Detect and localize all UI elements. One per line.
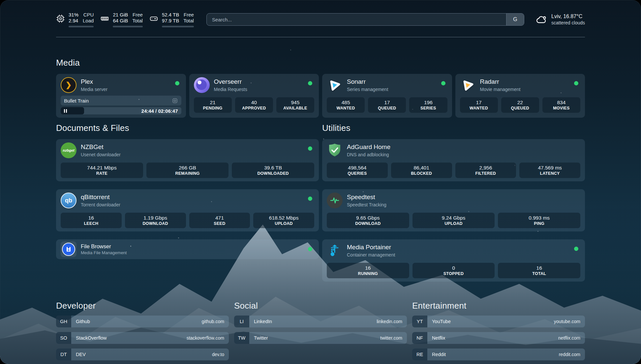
filebrowser-title: File Browser — [81, 243, 127, 250]
stat-tile: 266 GBREMAINING — [146, 163, 229, 178]
bookmark-linkedin[interactable]: LI LinkedIn linkedin.com — [234, 316, 407, 327]
qbittorrent-subtitle: Torrent downloader — [81, 202, 120, 207]
stat-tile: 22QUEUED — [501, 97, 539, 113]
filebrowser-status-dot — [308, 247, 312, 251]
stat-tile: 17QUEUED — [368, 97, 406, 113]
cpu-progress-bar — [69, 26, 94, 27]
adguard-subtitle: DNS and adblocking — [347, 152, 390, 157]
portainer-icon — [328, 244, 342, 258]
card-plex[interactable]: Plex Media server Bullet Train — [56, 74, 186, 118]
bookmark-stackoverflow[interactable]: SO StackOverflow stackoverflow.com — [56, 332, 229, 344]
entertainment-section-title: Entertainment — [412, 301, 585, 311]
section-social: Social LI LinkedIn linkedin.com TW Twitt… — [234, 301, 407, 364]
card-nzbget[interactable]: nzbget NZBGet Usenet downloader 744.21 M… — [56, 139, 319, 181]
plex-status-dot — [175, 81, 179, 85]
bookmark-youtube[interactable]: YT YouTube youtube.com — [412, 316, 585, 327]
radarr-title: Radarr — [480, 78, 521, 86]
stat-tile: 0STOPPED — [412, 263, 495, 278]
qbittorrent-title: qBittorrent — [81, 194, 120, 201]
sonarr-status-dot — [441, 81, 445, 85]
playback-time: 24:44 / 02:06:47 — [141, 108, 181, 114]
memory-total-value: 64 GiB — [113, 18, 128, 23]
bookmark-twitter[interactable]: TW Twitter twitter.com — [234, 332, 407, 344]
speedtest-title: Speedtest — [347, 194, 386, 201]
card-overseerr[interactable]: Overseerr Media Requests 21PENDING 40APP… — [189, 74, 319, 118]
header: 31% CPU 2.94 Load — [56, 10, 585, 29]
radarr-subtitle: Movie management — [480, 87, 521, 92]
developer-section-title: Developer — [56, 301, 229, 311]
card-sonarr[interactable]: Sonarr Series management 485WANTED 17QUE… — [322, 74, 452, 118]
disk-stat: 52.4 TB Free 97.9 TB Total — [149, 12, 194, 27]
stat-tile: 0.993 msPING — [498, 213, 580, 228]
header-divider — [56, 37, 585, 37]
nzbget-title: NZBGet — [81, 143, 121, 151]
plex-now-playing: Bullet Train — [61, 96, 181, 106]
bookmark-name: DEV — [71, 352, 86, 357]
overseerr-subtitle: Media Requests — [214, 87, 247, 92]
stat-tile: 16TOTAL — [498, 263, 580, 278]
stat-tile: 471SEED — [189, 213, 250, 228]
section-entertainment: Entertainment YT YouTube youtube.com NF … — [412, 301, 585, 364]
bookmark-url: github.com — [202, 319, 229, 324]
stat-tile: 1.19 GbpsDOWNLOAD — [125, 213, 186, 228]
portainer-subtitle: Container management — [347, 252, 395, 258]
card-qbittorrent[interactable]: qb qBittorrent Torrent downloader 16LEEC… — [56, 189, 319, 231]
stat-tile: 9.24 GbpsUPLOAD — [412, 213, 495, 228]
disk-icon — [149, 14, 158, 23]
sonarr-subtitle: Series management — [347, 87, 388, 92]
card-adguard[interactable]: AdGuard Home DNS and adblocking 498,564Q… — [322, 139, 585, 181]
filebrowser-subtitle: Media File Management — [81, 250, 127, 255]
overseerr-title: Overseerr — [214, 78, 247, 86]
section-media: Media Plex Media server B — [56, 58, 585, 118]
cpu-stat: 31% CPU 2.94 Load — [56, 12, 94, 27]
pause-icon[interactable] — [64, 109, 67, 113]
bookmark-name: Github — [71, 319, 90, 324]
adguard-icon — [327, 143, 342, 158]
stat-tile: 945AVAILABLE — [276, 97, 314, 113]
search-engine-button[interactable]: G — [506, 14, 524, 25]
cloud-icon — [535, 14, 547, 25]
nzbget-subtitle: Usenet downloader — [81, 152, 121, 157]
speedtest-icon — [327, 193, 343, 208]
system-stats: 31% CPU 2.94 Load — [56, 12, 194, 27]
bookmark-dev[interactable]: DT DEV dev.to — [56, 349, 229, 360]
stat-tile: 17WANTED — [460, 97, 498, 113]
plex-subtitle: Media server — [81, 87, 107, 92]
plex-title: Plex — [81, 78, 107, 86]
stat-tile: 40APPROVED — [235, 97, 273, 113]
card-portainer[interactable]: Media Portainer Container management 16R… — [322, 239, 585, 282]
memory-free-label: Free — [132, 12, 143, 17]
card-radarr[interactable]: Radarr Movie management 17WANTED 22QUEUE… — [455, 74, 585, 118]
stat-tile: 47.569 msLATENCY — [519, 163, 580, 178]
media-type-icon — [172, 98, 178, 104]
stat-tile: 498,564QUERIES — [327, 163, 388, 178]
bookmark-netflix[interactable]: NF Netflix netflix.com — [412, 332, 585, 344]
stat-tile: 618.52 MbpsUPLOAD — [253, 213, 314, 228]
bookmark-abbr: DT — [56, 349, 71, 360]
bookmark-url: twitter.com — [380, 335, 407, 341]
utilities-section-title: Utilities — [322, 123, 585, 133]
bookmark-github[interactable]: GH Github github.com — [56, 316, 229, 327]
bookmark-reddit[interactable]: RE Reddit reddit.com — [412, 349, 585, 360]
bookmark-url: dev.to — [212, 352, 229, 357]
stat-tile: 39.6 TBDOWNLOADED — [232, 163, 314, 178]
portainer-title: Media Portainer — [347, 244, 395, 251]
card-filebrowser[interactable]: File Browser Media File Management — [56, 239, 319, 259]
search-input[interactable] — [207, 14, 506, 25]
card-speedtest[interactable]: Speedtest Speedtest Tracking 9.65 GbpsDO… — [322, 189, 585, 231]
bookmark-url: reddit.com — [559, 352, 585, 357]
bookmark-abbr: SO — [56, 332, 71, 344]
bookmark-abbr: NF — [412, 332, 427, 344]
disk-total-value: 97.9 TB — [162, 18, 179, 23]
bookmark-name: YouTube — [427, 319, 451, 324]
bookmark-abbr: TW — [234, 332, 249, 344]
bookmark-url: stackoverflow.com — [187, 335, 229, 341]
overseerr-status-dot — [308, 81, 312, 85]
social-section-title: Social — [234, 301, 407, 311]
sonarr-title: Sonarr — [347, 78, 388, 86]
stat-tile: 86,401BLOCKED — [391, 163, 452, 178]
sonarr-icon — [327, 77, 342, 93]
weather-widget: Lviv, 16.87°C scattered clouds — [535, 13, 585, 26]
nzbget-icon: nzbget — [61, 142, 76, 158]
memory-icon — [100, 14, 109, 23]
